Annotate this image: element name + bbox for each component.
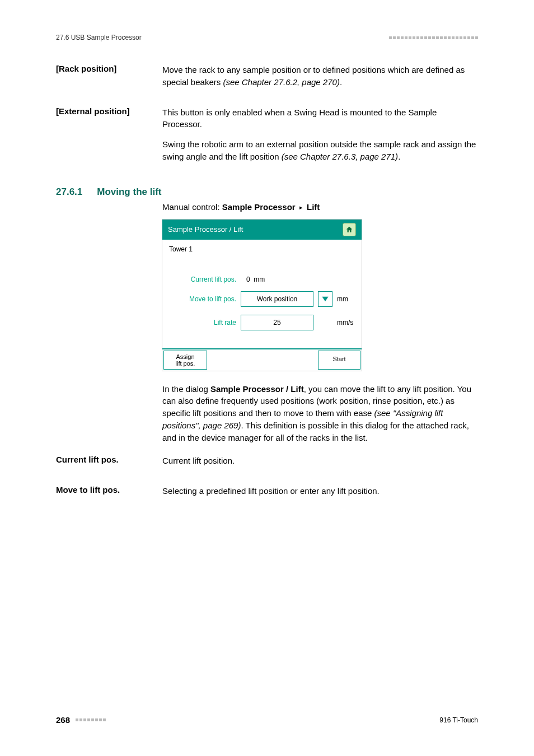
product-name-footer: 916 Ti-Touch — [439, 716, 478, 724]
unit-current-lift-pos: mm — [254, 276, 265, 283]
header-ornament — [389, 36, 478, 39]
breadcrumb-prefix: Manual control: — [162, 202, 222, 212]
paragraph-dialog-explanation: In the dialog Sample Processor / Lift, y… — [162, 383, 478, 444]
page-number: 268 — [56, 715, 70, 725]
home-icon — [345, 226, 353, 234]
text: . — [398, 152, 400, 161]
dialog-title-text: Sample Processor / Lift — [168, 225, 243, 234]
input-move-to-lift-pos[interactable]: Work position — [241, 291, 313, 307]
def-desc-current-lift-pos: Current lift position. — [162, 455, 235, 475]
def-desc-move-to-lift-pos: Selecting a predefined lift position or … — [162, 485, 380, 505]
text: Current lift position. — [162, 455, 235, 467]
def-label-current-lift-pos: Current lift pos. — [56, 455, 162, 475]
chevron-down-icon — [321, 296, 329, 302]
def-label-move-to-lift-pos: Move to lift pos. — [56, 485, 162, 505]
svg-marker-0 — [322, 296, 328, 301]
text: Selecting a predefined lift position or … — [162, 485, 380, 497]
term-desc-external-position: This button is only enabled when a Swing… — [162, 106, 478, 171]
section-number: 27.6.1 — [56, 186, 82, 198]
assign-lift-pos-button[interactable]: Assign lift pos. — [163, 351, 207, 370]
text: In the dialog — [162, 384, 210, 394]
input-lift-rate[interactable]: 25 — [241, 315, 313, 330]
unit-move-to-lift-pos: mm — [337, 295, 348, 303]
unit-lift-rate: mm/s — [337, 319, 353, 326]
breadcrumb: Manual control: Sample Processor ▸ Lift — [162, 202, 478, 212]
home-button[interactable] — [343, 223, 356, 236]
running-header-section: 27.6 USB Sample Processor — [56, 34, 142, 41]
dialog-sample-processor-lift: Sample Processor / Lift Tower 1 Current … — [162, 220, 362, 371]
value-current-lift-pos: 0 — [246, 276, 250, 283]
term-desc-rack-position: Move the rack to any sample position or … — [162, 64, 478, 96]
breadcrumb-part-2: Lift — [307, 202, 320, 212]
cross-ref: (see Chapter 27.6.3, page 271) — [282, 152, 398, 161]
breadcrumb-part-1: Sample Processor — [222, 202, 296, 212]
dropdown-move-to-lift-pos[interactable] — [318, 291, 332, 307]
label-current-lift-pos: Current lift pos. — [167, 276, 236, 283]
text: . — [340, 77, 342, 87]
text: This button is only enabled when a Swing… — [162, 108, 437, 129]
tower-label: Tower 1 — [167, 245, 357, 253]
footer-ornament — [76, 718, 106, 721]
breadcrumb-sep: ▸ — [298, 204, 305, 211]
label-move-to-lift-pos: Move to lift pos. — [167, 295, 236, 303]
term-label-rack-position: [Rack position] — [56, 64, 162, 96]
dialog-name-inline: Sample Processor / Lift — [210, 384, 304, 394]
term-label-external-position: [External position] — [56, 106, 162, 171]
start-button[interactable]: Start — [318, 351, 360, 370]
section-title: Moving the lift — [97, 186, 161, 198]
label-lift-rate: Lift rate — [167, 319, 236, 326]
cross-ref: (see Chapter 27.6.2, page 270) — [223, 77, 339, 87]
